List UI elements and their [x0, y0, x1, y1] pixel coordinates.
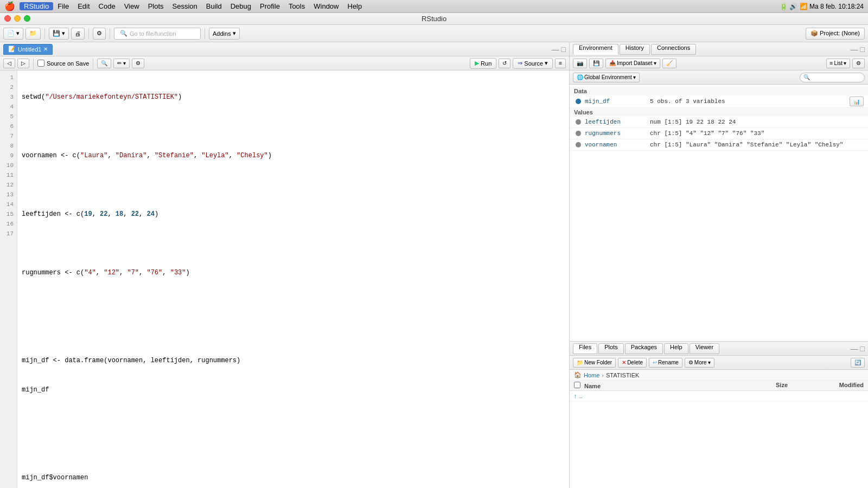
- untitled1-tab[interactable]: 📝 Untitled1 ✕: [3, 44, 53, 55]
- code-content[interactable]: setwd("/Users/mariekefonteyn/STATISTIEK"…: [17, 70, 569, 488]
- editor-options-button[interactable]: ≡: [555, 59, 566, 68]
- home-link[interactable]: Home: [584, 372, 599, 378]
- project-button[interactable]: 📦 Project: (None): [806, 28, 865, 40]
- code-line-11: mijn_df: [22, 385, 565, 395]
- packages-tab[interactable]: Packages: [625, 343, 663, 354]
- open-file-button[interactable]: 📁: [25, 28, 41, 40]
- help-tab[interactable]: Help: [664, 343, 688, 354]
- env-toolbar: 📷 💾 📥 Import Dataset ▾ 🧹 ≡ List ▾: [570, 56, 868, 70]
- data-frame-icon: [574, 97, 583, 106]
- editor-panel: 📝 Untitled1 ✕ — □ ◁ ▷ Source on Save 🔍 ✏…: [0, 42, 569, 488]
- rename-button[interactable]: ↩ Rename: [649, 358, 682, 368]
- menubar-build[interactable]: Build: [202, 2, 226, 10]
- files-tab[interactable]: Files: [573, 343, 597, 354]
- editor-minimize-icon[interactable]: —: [552, 45, 559, 54]
- minimize-button[interactable]: [14, 15, 21, 22]
- go-to-file-button[interactable]: 🔍 Go to file/function: [114, 28, 201, 40]
- import-dataset-button[interactable]: 📥 Import Dataset ▾: [605, 59, 660, 68]
- close-button[interactable]: [4, 15, 11, 22]
- more-button[interactable]: ⚙ More ▾: [685, 358, 714, 368]
- run-button[interactable]: ▶ Run: [470, 58, 496, 69]
- global-env-label: Global Environment: [584, 74, 632, 80]
- env-panel-buttons: — □: [851, 45, 865, 54]
- compile-button[interactable]: ⚙: [132, 59, 144, 68]
- voornamen-row[interactable]: voornamen chr [1:5] "Laura" "Danira" "St…: [570, 139, 868, 151]
- code-editor[interactable]: 1 2 3 4 5 6 7 8 9 10 11 12 13 14 15 16 1: [0, 70, 569, 488]
- modified-column-header: Modified: [788, 382, 864, 389]
- env-load-button[interactable]: 💾: [589, 59, 603, 68]
- import-icon: 📥: [609, 60, 616, 66]
- history-tab[interactable]: History: [620, 44, 650, 55]
- connections-tab[interactable]: Connections: [651, 44, 696, 55]
- editor-forward-button[interactable]: ▷: [17, 59, 29, 68]
- menubar-debug[interactable]: Debug: [226, 2, 256, 10]
- leeftijden-value: num [1:5] 19 22 18 22 24: [650, 119, 864, 125]
- files-maximize-icon[interactable]: □: [860, 344, 865, 353]
- save-button[interactable]: 💾 ▾: [49, 28, 69, 40]
- source-file-icon: 📝: [8, 46, 16, 53]
- code-line-10: mijn_df <- data.frame(voornamen, leeftij…: [22, 356, 565, 365]
- source-button[interactable]: ⇒ Source ▾: [513, 58, 553, 69]
- environment-tab[interactable]: Environment: [573, 44, 618, 55]
- separator-1: [44, 28, 45, 39]
- rename-icon: ↩: [653, 359, 657, 365]
- menubar-help[interactable]: Help: [343, 2, 367, 10]
- viewer-tab[interactable]: Viewer: [690, 343, 719, 354]
- leeftijden-row[interactable]: leeftijden num [1:5] 19 22 18 22 24: [570, 117, 868, 128]
- files-minimize-icon[interactable]: —: [851, 344, 858, 353]
- env-maximize-icon[interactable]: □: [860, 45, 865, 54]
- tab-close-icon[interactable]: ✕: [43, 46, 48, 52]
- list-view-button[interactable]: ≡ List ▾: [826, 59, 850, 68]
- menubar-file[interactable]: File: [53, 2, 73, 10]
- global-env-button[interactable]: 🌐 Global Environment ▾: [573, 73, 640, 82]
- view-data-button[interactable]: 📊: [850, 97, 864, 106]
- parent-dir-row[interactable]: ↑ ..: [570, 391, 868, 401]
- new-file-button[interactable]: 📄 ▾: [3, 28, 23, 40]
- mijn-df-value: 5 obs. of 3 variables: [650, 98, 850, 105]
- menubar-code[interactable]: Code: [94, 2, 120, 10]
- code-line-8: [22, 297, 565, 307]
- rugnummers-icon: [574, 129, 583, 138]
- code-line-4: [22, 180, 565, 190]
- leeftijden-icon: [574, 118, 583, 126]
- menubar-plots[interactable]: Plots: [144, 2, 168, 10]
- menubar-edit[interactable]: Edit: [73, 2, 94, 10]
- menubar-view[interactable]: View: [120, 2, 144, 10]
- env-clear-button[interactable]: 🧹: [662, 59, 676, 68]
- new-folder-button[interactable]: 📁 New Folder: [573, 358, 616, 368]
- maximize-button[interactable]: [24, 15, 30, 22]
- list-label: List: [834, 60, 843, 66]
- menubar-profile[interactable]: Profile: [256, 2, 284, 10]
- menubar-window[interactable]: Window: [309, 2, 343, 10]
- menu-time: 🔋 🔊 📶 Ma 8 feb. 10:18:24: [780, 3, 864, 10]
- more-label: More: [694, 359, 707, 365]
- search-editor-button[interactable]: 🔍: [97, 59, 111, 68]
- rugnummers-row[interactable]: rugnummers chr [1:5] "4" "12" "7" "76" "…: [570, 128, 868, 139]
- project-label: Project: (None): [820, 30, 860, 36]
- code-line-2: [22, 121, 565, 131]
- env-save-button[interactable]: 📷: [573, 59, 587, 68]
- settings-button[interactable]: ⚙: [93, 28, 106, 40]
- editor-maximize-icon[interactable]: □: [561, 45, 566, 54]
- env-options-button[interactable]: ⚙: [852, 59, 865, 68]
- addins-button[interactable]: Addins ▾: [209, 28, 240, 40]
- select-all-checkbox[interactable]: [574, 382, 580, 388]
- print-button[interactable]: 🖨: [71, 28, 85, 40]
- apple-menu[interactable]: 🍎: [4, 1, 15, 11]
- menubar-rstudio[interactable]: RStudio: [20, 2, 53, 10]
- files-refresh-button[interactable]: 🔄: [851, 358, 865, 368]
- code-tools-button[interactable]: ✏ ▾: [113, 59, 130, 68]
- re-run-button[interactable]: ↺: [499, 59, 510, 68]
- menubar-tools[interactable]: Tools: [284, 2, 309, 10]
- delete-button[interactable]: ✕ Delete: [618, 358, 647, 368]
- addins-label: Addins: [213, 30, 231, 37]
- name-column-header: Name: [574, 382, 744, 389]
- mijn-df-row[interactable]: mijn_df 5 obs. of 3 variables 📊: [570, 95, 868, 108]
- env-search-input[interactable]: [800, 73, 865, 82]
- editor-back-button[interactable]: ◁: [3, 59, 15, 68]
- menubar-session[interactable]: Session: [168, 2, 202, 10]
- plots-tab[interactable]: Plots: [598, 343, 623, 354]
- env-minimize-icon[interactable]: —: [851, 45, 858, 54]
- voornamen-icon: [574, 140, 583, 149]
- source-on-save-checkbox[interactable]: [37, 60, 44, 67]
